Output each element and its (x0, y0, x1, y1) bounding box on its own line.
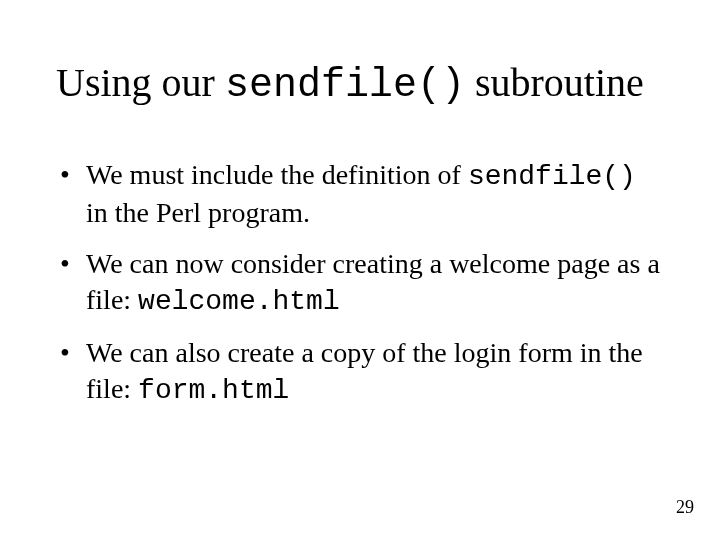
bullet-code: sendfile() (468, 161, 636, 192)
list-item: We can now consider creating a welcome p… (56, 246, 664, 321)
title-code: sendfile() (225, 63, 465, 108)
title-text-2: subroutine (465, 60, 644, 105)
bullet-list: We must include the definition of sendfi… (56, 157, 664, 409)
list-item: We must include the definition of sendfi… (56, 157, 664, 232)
bullet-text: in the Perl program. (86, 197, 310, 228)
bullet-text: We must include the definition of (86, 159, 468, 190)
slide: Using our sendfile() subroutine We must … (0, 0, 720, 540)
slide-title: Using our sendfile() subroutine (56, 60, 664, 109)
page-number: 29 (676, 497, 694, 518)
title-text-1: Using our (56, 60, 225, 105)
bullet-code: form.html (138, 375, 289, 406)
bullet-code: welcome.html (138, 286, 340, 317)
list-item: We can also create a copy of the login f… (56, 335, 664, 410)
